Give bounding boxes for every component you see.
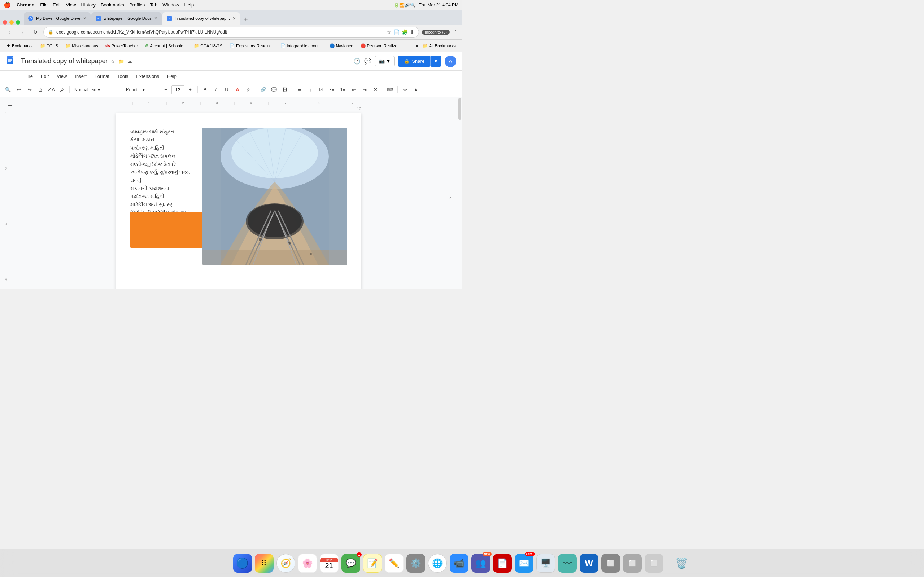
paint-format-button[interactable]: 🖌 <box>57 85 67 95</box>
bookmark-infographic[interactable]: 📄 infographic about... <box>278 42 325 50</box>
tab-my-drive[interactable]: D My Drive - Google Drive × <box>24 12 90 24</box>
forward-button[interactable]: › <box>17 27 27 37</box>
italic-button[interactable]: I <box>211 85 221 95</box>
docs-logo[interactable] <box>6 56 16 67</box>
star-icon[interactable]: ☆ <box>110 58 115 64</box>
docs-document-title[interactable]: Translated copy of whitepaper <box>21 57 108 65</box>
editing-mode-btn[interactable]: ✏ <box>400 85 410 95</box>
checklist-btn[interactable]: ☑ <box>316 85 326 95</box>
bookmark-naviance[interactable]: 🔵 Naviance <box>327 42 356 50</box>
docs-canvas[interactable]: 12 વ્યવહારુ સાથે સંયુક્ત કેસો, મકાન પર્ય… <box>20 106 457 288</box>
menu-view[interactable]: View <box>66 2 76 8</box>
docs-menu-tools[interactable]: Tools <box>114 72 132 81</box>
menu-tab[interactable]: Tab <box>150 2 157 8</box>
style-dropdown[interactable]: Normal text ▾ <box>72 85 119 95</box>
clear-format-btn[interactable]: ✕ <box>370 85 380 95</box>
meeting-button[interactable]: 📷 ▼ <box>375 56 395 66</box>
folder-move-icon[interactable]: 📁 <box>118 58 124 64</box>
font-size-decrease-btn[interactable]: − <box>161 85 171 95</box>
spellcheck-button[interactable]: ✓A <box>46 85 56 95</box>
bookmark-bookmarks[interactable]: ★ Bookmarks <box>3 42 36 50</box>
increase-indent-btn[interactable]: ⇥ <box>360 85 370 95</box>
document-page[interactable]: 12 વ્યવહારુ સાથે સંયુક્ત કેસો, મકાન પર્ય… <box>116 113 361 288</box>
bullet-list-btn[interactable]: •≡ <box>327 85 337 95</box>
input-tools-btn[interactable]: ⌨ <box>385 85 395 95</box>
align-button[interactable]: ≡ <box>294 85 305 95</box>
insert-comment-btn[interactable]: 💬 <box>269 85 279 95</box>
print-button[interactable]: 🖨 <box>36 85 45 95</box>
bookmark-pearson[interactable]: 🔴 Pearson Realize <box>358 42 400 50</box>
menu-profiles[interactable]: Profiles <box>129 2 145 8</box>
menu-file[interactable]: File <box>40 2 48 8</box>
pdf-icon[interactable]: 📄 <box>393 29 399 35</box>
bookmark-powerteacher[interactable]: sis PowerTeacher <box>102 42 141 49</box>
bookmark-cchs[interactable]: 📁 CCHS <box>37 42 61 50</box>
tab-translated-close[interactable]: × <box>233 16 236 21</box>
reload-button[interactable]: ↻ <box>30 27 40 37</box>
search-toolbar-btn[interactable]: 🔍 <box>3 85 13 95</box>
font-size-increase-btn[interactable]: + <box>185 85 195 95</box>
browser-menu-icon[interactable]: ⋮ <box>452 29 458 35</box>
address-bar[interactable]: 🔒 docs.google.com/document/d/1tfKz_VKkhf… <box>43 27 419 37</box>
docs-menu-view[interactable]: View <box>53 72 70 81</box>
tab-whitepaper-close[interactable]: × <box>155 16 157 21</box>
apple-menu[interactable]: 🍎 <box>3 2 11 8</box>
bold-button[interactable]: B <box>200 85 210 95</box>
bookmark-misc[interactable]: 📁 Miscellaneous <box>63 42 101 50</box>
underline-button[interactable]: U <box>221 85 232 95</box>
docs-menu-edit[interactable]: Edit <box>37 72 52 81</box>
back-button[interactable]: ‹ <box>4 27 15 37</box>
font-value: Robot... <box>126 87 141 92</box>
bookmarks-more-icon[interactable]: » <box>415 43 418 48</box>
undo-button[interactable]: ↩ <box>14 85 24 95</box>
user-avatar[interactable]: A <box>445 56 456 67</box>
window-minimize[interactable] <box>10 20 14 24</box>
bookmark-cca[interactable]: 📁 CCA '18-'19 <box>191 42 225 50</box>
numbered-list-btn[interactable]: 1≡ <box>338 85 348 95</box>
redo-button[interactable]: ↪ <box>24 85 35 95</box>
menu-bookmarks[interactable]: Bookmarks <box>101 2 124 8</box>
font-size-input[interactable]: 12 <box>171 85 184 94</box>
share-dropdown-button[interactable]: ▼ <box>430 56 441 67</box>
highlight-button[interactable]: 🖊 <box>243 85 254 95</box>
tab-translated[interactable]: T Translated copy of whitepap... × <box>162 12 240 24</box>
docs-menu-file[interactable]: File <box>22 72 36 81</box>
comments-icon[interactable]: 💬 <box>364 58 372 64</box>
bookmark-all[interactable]: 📁 All Bookmarks <box>420 42 459 50</box>
tab-whitepaper[interactable]: W whitepaper - Google Docs × <box>91 12 162 24</box>
link-button[interactable]: 🔗 <box>258 85 268 95</box>
window-maximize[interactable] <box>16 20 20 24</box>
line-spacing-btn[interactable]: ↕ <box>305 85 315 95</box>
window-close[interactable] <box>3 20 7 24</box>
docs-menu-help[interactable]: Help <box>163 72 181 81</box>
new-tab-button[interactable]: + <box>241 15 251 24</box>
docs-menu-format[interactable]: Format <box>91 72 113 81</box>
bookmark-star-icon[interactable]: ☆ <box>386 29 391 35</box>
menu-window[interactable]: Window <box>162 2 179 8</box>
font-dropdown[interactable]: Robot... ▾ <box>123 85 156 95</box>
bookmark-expository[interactable]: 📄 Expository Readin... <box>227 42 276 50</box>
menu-history[interactable]: History <box>81 2 95 8</box>
docs-menu-insert[interactable]: Insert <box>71 72 90 81</box>
scrollbar-thumb[interactable] <box>459 98 461 120</box>
insert-image-btn[interactable]: 🖼 <box>280 85 290 95</box>
cloud-save-icon[interactable]: ☁ <box>127 58 132 64</box>
tab-my-drive-close[interactable]: × <box>83 16 86 21</box>
toolbar-collapse-btn[interactable]: ▲ <box>411 85 421 95</box>
extensions-icon[interactable]: 🧩 <box>402 29 408 35</box>
download-icon[interactable]: ⬇ <box>410 29 414 35</box>
share-button[interactable]: 🔒 Share <box>398 56 430 67</box>
menu-edit[interactable]: Edit <box>53 2 61 8</box>
docs-scrollbar[interactable] <box>457 97 462 288</box>
scroll-right-arrow[interactable]: › <box>449 194 451 200</box>
bookmark-schoology[interactable]: @ Account | Schoolo... <box>142 42 189 49</box>
menu-help[interactable]: Help <box>184 2 194 8</box>
text-color-button[interactable]: A <box>233 85 242 95</box>
decrease-indent-btn[interactable]: ⇤ <box>349 85 359 95</box>
svg-point-24 <box>310 253 312 255</box>
ruler-mark-5: 5 <box>268 102 302 106</box>
app-name[interactable]: Chrome <box>16 2 34 8</box>
docs-menu-extensions[interactable]: Extensions <box>132 72 163 81</box>
version-history-icon[interactable]: 🕐 <box>353 58 360 64</box>
bookmark-expository-icon: 📄 <box>229 43 234 48</box>
